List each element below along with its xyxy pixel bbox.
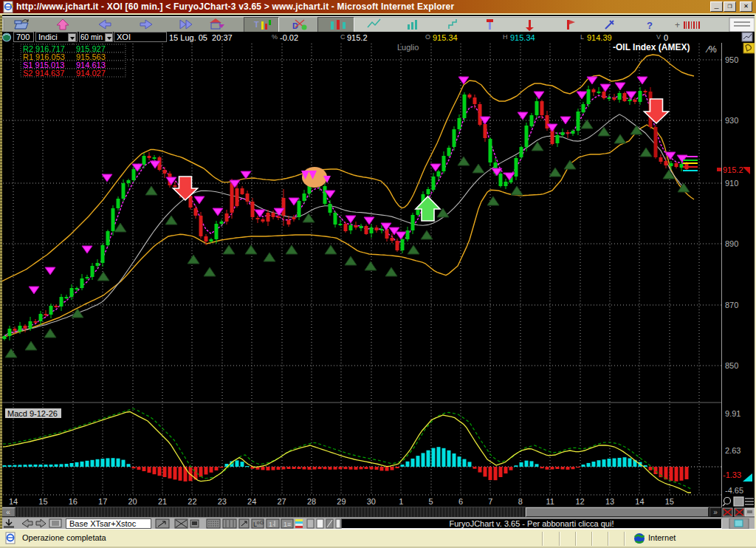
- svg-text:1·: 1·: [269, 521, 275, 528]
- svg-text:-1.33: -1.33: [723, 470, 741, 479]
- svg-text:915.2: 915.2: [723, 165, 743, 174]
- svg-text:13: 13: [605, 497, 614, 506]
- svg-text:14: 14: [635, 497, 644, 506]
- svg-text:+: +: [675, 20, 680, 30]
- svg-text:6: 6: [458, 497, 463, 506]
- svg-text:930: 930: [725, 116, 738, 125]
- svg-text:-4.65: -4.65: [725, 486, 743, 495]
- svg-text:17: 17: [98, 497, 107, 506]
- svg-text:12: 12: [575, 497, 584, 506]
- svg-text:15: 15: [38, 497, 47, 506]
- svg-text:850: 850: [725, 361, 738, 370]
- svg-text:16: 16: [69, 497, 78, 506]
- svg-text:870: 870: [725, 301, 738, 309]
- svg-text:S2 914.637: S2 914.637: [23, 69, 64, 78]
- svg-text:20: 20: [128, 497, 137, 506]
- svg-text:24: 24: [247, 497, 256, 506]
- svg-text:Lº: Lº: [253, 521, 260, 528]
- svg-text:29: 29: [337, 497, 346, 506]
- svg-text:11: 11: [546, 497, 554, 506]
- svg-text:-OIL Index (AMEX): -OIL Index (AMEX): [613, 43, 690, 52]
- svg-text:23: 23: [218, 497, 227, 506]
- svg-text:T: T: [254, 20, 259, 29]
- svg-text:7: 7: [488, 497, 492, 506]
- svg-text:8: 8: [518, 497, 523, 506]
- svg-text:22: 22: [188, 497, 196, 506]
- svg-text:G: G: [260, 520, 264, 525]
- svg-text:?: ?: [647, 20, 653, 31]
- svg-text:21: 21: [158, 497, 167, 506]
- svg-text:914.027: 914.027: [76, 69, 106, 78]
- svg-text:1≡: 1≡: [284, 521, 291, 528]
- svg-text:27: 27: [277, 497, 286, 506]
- svg-text:890: 890: [725, 239, 738, 248]
- svg-text:14: 14: [9, 497, 18, 506]
- svg-text:910: 910: [725, 179, 738, 188]
- svg-text:30: 30: [367, 497, 376, 506]
- svg-text:15: 15: [665, 497, 674, 506]
- svg-text:Macd 9-12-26: Macd 9-12-26: [7, 409, 58, 418]
- svg-text:5: 5: [429, 497, 433, 506]
- svg-text:2.63: 2.63: [725, 446, 740, 455]
- svg-text:28: 28: [307, 497, 316, 506]
- svg-text:∕%: ∕%: [705, 44, 717, 55]
- svg-text:950: 950: [725, 55, 738, 64]
- svg-text:Luglio: Luglio: [397, 43, 419, 52]
- svg-text:1: 1: [399, 497, 403, 506]
- svg-text:9.91: 9.91: [725, 409, 740, 418]
